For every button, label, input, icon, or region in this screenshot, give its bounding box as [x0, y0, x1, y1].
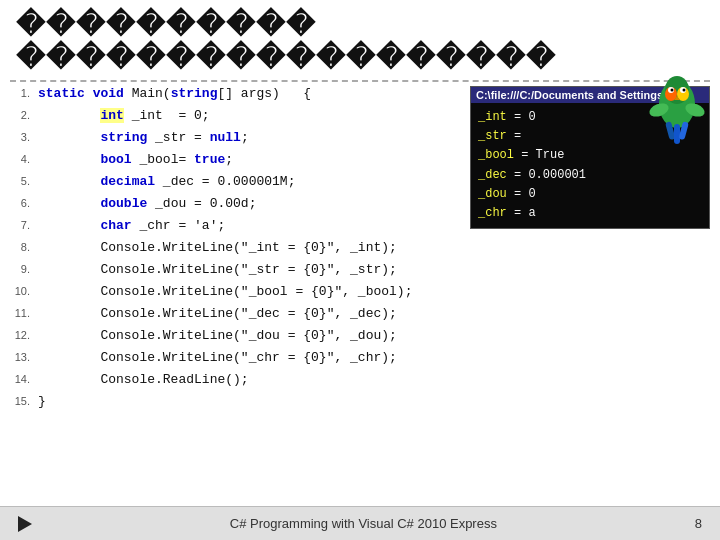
- code-text-3: string _str = null;: [38, 130, 249, 145]
- code-row-13: 13. Console.WriteLine("_chr = {0}", _chr…: [10, 350, 460, 372]
- code-row-4: 4. bool _bool= true;: [10, 152, 460, 174]
- code-text-10: Console.WriteLine("_bool = {0}", _bool);: [38, 284, 412, 299]
- line-num-11: 11.: [10, 307, 38, 319]
- code-text-1: static void Main(string[] args) {: [38, 86, 311, 101]
- code-text-5: decimal _dec = 0.000001M;: [38, 174, 295, 189]
- code-row-15: 15. }: [10, 394, 460, 416]
- code-text-4: bool _bool= true;: [38, 152, 233, 167]
- code-row-12: 12. Console.WriteLine("_dou = {0}", _dou…: [10, 328, 460, 350]
- code-text-6: double _dou = 0.00d;: [38, 196, 256, 211]
- line-num-1: 1.: [10, 87, 38, 99]
- line-num-13: 13.: [10, 351, 38, 363]
- code-text-9: Console.WriteLine("_str = {0}", _str);: [38, 262, 397, 277]
- code-row-14: 14. Console.ReadLine();: [10, 372, 460, 394]
- line-num-2: 2.: [10, 109, 38, 121]
- parrot-icon: [645, 74, 710, 146]
- header-line2: ������������������: [16, 41, 704, 74]
- header-line1: ����������: [16, 8, 704, 41]
- code-text-15: }: [38, 394, 46, 409]
- code-row-8: 8. Console.WriteLine("_int = {0}", _int)…: [10, 240, 460, 262]
- footer: C# Programming with Visual C# 2010 Expre…: [0, 506, 720, 540]
- main-section: 1. static void Main(string[] args) { 2. …: [10, 82, 710, 416]
- code-text-8: Console.WriteLine("_int = {0}", _int);: [38, 240, 397, 255]
- right-panel: C:\file:///C:/Documents and Settings _in…: [460, 82, 710, 416]
- code-row-10: 10. Console.WriteLine("_bool = {0}", _bo…: [10, 284, 460, 306]
- terminal-line-6: _chr = a: [478, 204, 702, 223]
- code-row-6: 6. double _dou = 0.00d;: [10, 196, 460, 218]
- footer-title: C# Programming with Visual C# 2010 Expre…: [230, 516, 497, 531]
- line-num-10: 10.: [10, 285, 38, 297]
- code-row-7: 7. char _chr = 'a';: [10, 218, 460, 240]
- code-text-12: Console.WriteLine("_dou = {0}", _dou);: [38, 328, 397, 343]
- code-row-9: 9. Console.WriteLine("_str = {0}", _str)…: [10, 262, 460, 284]
- line-num-9: 9.: [10, 263, 38, 275]
- header: ���������� ������������������: [0, 0, 720, 78]
- code-row-11: 11. Console.WriteLine("_dec = {0}", _dec…: [10, 306, 460, 328]
- play-icon[interactable]: [18, 516, 32, 532]
- code-row-2: 2. int _int = 0;: [10, 108, 460, 130]
- line-num-12: 12.: [10, 329, 38, 341]
- line-num-7: 7.: [10, 219, 38, 231]
- footer-page: 8: [695, 516, 702, 531]
- terminal-line-4: _dec = 0.000001: [478, 166, 702, 185]
- code-text-11: Console.WriteLine("_dec = {0}", _dec);: [38, 306, 397, 321]
- code-text-2: int _int = 0;: [38, 108, 210, 123]
- terminal-line-5: _dou = 0: [478, 185, 702, 204]
- line-num-4: 4.: [10, 153, 38, 165]
- line-num-3: 3.: [10, 131, 38, 143]
- svg-point-6: [671, 89, 674, 92]
- code-section: 1. static void Main(string[] args) { 2. …: [10, 82, 460, 416]
- code-text-13: Console.WriteLine("_chr = {0}", _chr);: [38, 350, 397, 365]
- parrot-decoration: [645, 74, 710, 146]
- code-text-7: char _chr = 'a';: [38, 218, 225, 233]
- code-row-3: 3. string _str = null;: [10, 130, 460, 152]
- code-row-5: 5. decimal _dec = 0.000001M;: [10, 174, 460, 196]
- svg-point-7: [683, 89, 686, 92]
- code-text-14: Console.ReadLine();: [38, 372, 249, 387]
- svg-rect-10: [674, 124, 680, 144]
- line-num-5: 5.: [10, 175, 38, 187]
- line-num-14: 14.: [10, 373, 38, 385]
- footer-left: [18, 516, 32, 532]
- terminal-line-3: _bool = True: [478, 146, 702, 165]
- line-num-15: 15.: [10, 395, 38, 407]
- line-num-6: 6.: [10, 197, 38, 209]
- code-row-1: 1. static void Main(string[] args) {: [10, 86, 460, 108]
- line-num-8: 8.: [10, 241, 38, 253]
